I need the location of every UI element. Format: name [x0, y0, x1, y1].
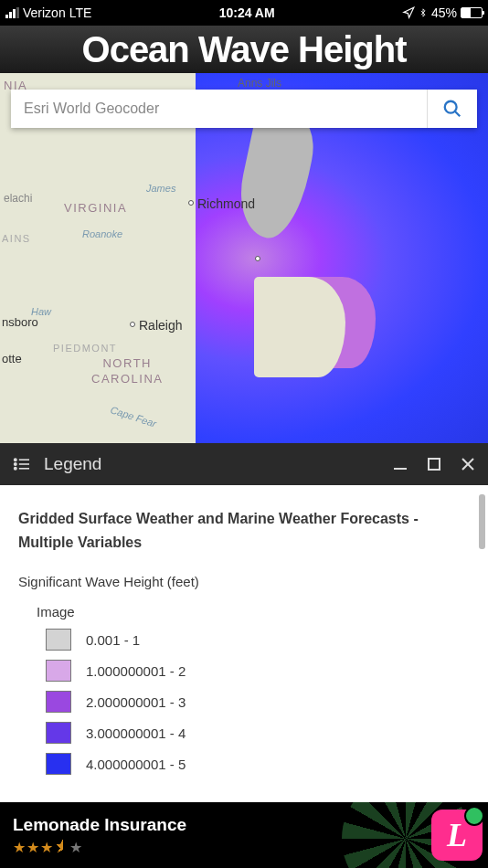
carrier-label: Verizon [23, 5, 66, 20]
legend-label: 1.000000001 - 2 [86, 663, 186, 679]
svg-point-6 [15, 468, 16, 470]
legend-title: Legend [44, 454, 380, 474]
map-label-nc: NORTH CAROLINA [91, 356, 163, 387]
city-dot [255, 256, 260, 261]
page-title: Ocean Wave Height [82, 29, 407, 70]
legend-swatch [46, 629, 71, 651]
search-input[interactable] [11, 101, 427, 117]
ad-banner[interactable]: Lemonade Insurance ★★★⯨★ L [0, 802, 488, 868]
close-button[interactable] [461, 457, 475, 471]
legend-swatch [46, 691, 71, 713]
svg-rect-9 [429, 459, 440, 470]
legend-subtitle: Significant Wave Height (feet) [18, 574, 470, 589]
map-label-piedmont: PIEDMONT [53, 343, 117, 354]
map-label-ains: AINS [2, 233, 31, 244]
legend-heading: Gridded Surface Weather and Marine Weath… [18, 507, 470, 554]
map-label-elachi: elachi [4, 192, 32, 205]
maximize-button[interactable] [428, 458, 440, 471]
legend-item: 4.000000001 - 5 [46, 753, 470, 775]
status-left: Verizon LTE [5, 5, 91, 20]
map-label-james: James [146, 183, 175, 194]
search-box [11, 90, 477, 128]
svg-line-1 [455, 111, 461, 117]
search-button[interactable] [427, 90, 477, 128]
svg-point-4 [15, 463, 16, 465]
legend-item: 2.000000001 - 3 [46, 691, 470, 713]
legend-swatch [46, 753, 71, 775]
legend-item: 0.001 - 1 [46, 629, 470, 651]
map-view[interactable]: NIA Anns Jils elachi VIRGINIA James Rich… [0, 73, 488, 443]
svg-rect-8 [394, 468, 407, 470]
legend-header: Legend [0, 443, 488, 485]
city-dot [188, 200, 194, 206]
map-label-virginia: VIRGINIA [64, 201, 127, 215]
status-right: 45% [402, 5, 483, 20]
legend-item: 1.000000001 - 2 [46, 660, 470, 682]
legend-list-icon [13, 457, 31, 471]
legend-item: 3.000000001 - 4 [46, 722, 470, 744]
map-city-nsboro: nsboro [2, 315, 38, 329]
location-icon [402, 6, 415, 19]
ad-badge: L [431, 810, 483, 861]
svg-point-2 [15, 459, 16, 460]
network-label: LTE [69, 5, 92, 20]
legend-label: 2.000000001 - 3 [86, 694, 186, 710]
title-bar: Ocean Wave Height [0, 26, 488, 73]
ad-title: Lemonade Insurance [13, 815, 186, 835]
search-icon [442, 99, 462, 119]
legend-swatch [46, 722, 71, 744]
battery-icon [461, 7, 483, 18]
map-city-otte: otte [2, 352, 22, 365]
map-label-anns: Anns Jils [238, 77, 281, 90]
clock: 10:24 AM [219, 5, 275, 20]
ad-badge-letter: L [447, 816, 467, 854]
ad-rating: ★★★⯨★ [13, 839, 186, 856]
battery-pct: 45% [431, 5, 457, 20]
legend-label: 3.000000001 - 4 [86, 725, 186, 741]
svg-point-0 [445, 101, 457, 113]
legend-body[interactable]: Gridded Surface Weather and Marine Weath… [0, 485, 488, 802]
signal-icon [5, 7, 19, 18]
legend-image-label: Image [37, 604, 470, 619]
minimize-button[interactable] [393, 457, 408, 471]
legend-swatch [46, 660, 71, 682]
map-label-roanoke: Roanoke [82, 228, 122, 239]
legend-label: 4.000000001 - 5 [86, 757, 186, 772]
map-city-richmond: Richmond [197, 196, 255, 211]
legend-label: 0.001 - 1 [86, 632, 140, 648]
status-bar: Verizon LTE 10:24 AM 45% [0, 0, 488, 26]
bluetooth-icon [419, 6, 428, 19]
city-dot [130, 322, 135, 327]
map-city-raleigh: Raleigh [139, 318, 182, 333]
